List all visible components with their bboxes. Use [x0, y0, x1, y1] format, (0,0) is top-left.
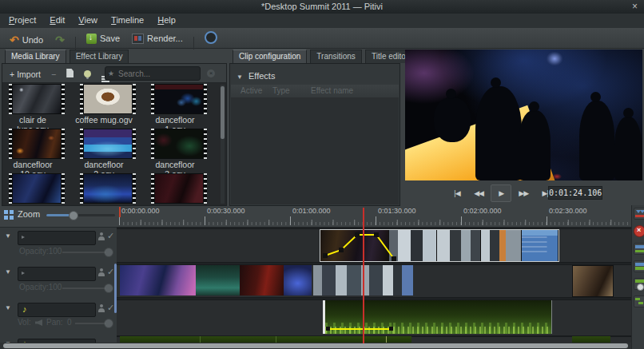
keyframes-icon: [635, 298, 640, 300]
ungroup-button[interactable]: [634, 243, 644, 255]
playhead[interactable]: [363, 208, 364, 343]
remove-clip-button[interactable]: −: [47, 67, 60, 82]
group-button[interactable]: [634, 260, 644, 272]
undock-viewer-icon: [205, 31, 217, 44]
keyframe-curve[interactable]: [320, 230, 416, 261]
zoom-icon: [4, 210, 8, 214]
column-type[interactable]: Type: [272, 86, 290, 95]
pan-slider-knob[interactable]: [104, 319, 113, 328]
column-active[interactable]: Active: [241, 86, 262, 95]
clip-thumbnail[interactable]: [9, 129, 65, 159]
menu-edit[interactable]: Edit: [44, 14, 70, 26]
goto-start-button[interactable]: |◀: [447, 185, 467, 201]
menu-view[interactable]: View: [73, 14, 103, 26]
delete-icon: ×: [637, 226, 641, 234]
delete-clip-button[interactable]: ×: [634, 225, 644, 237]
search-box: ★: [105, 66, 201, 81]
split-clip-button[interactable]: [634, 208, 644, 220]
menu-help[interactable]: Help: [152, 14, 181, 26]
track-expander-icon[interactable]: ▼: [5, 304, 11, 311]
library-scrollbar-thumb[interactable]: [221, 86, 225, 139]
save-icon: [86, 34, 97, 44]
timeline-clip-video1[interactable]: [320, 229, 559, 262]
opacity-slider[interactable]: [62, 252, 105, 253]
clear-search-icon[interactable]: ×: [207, 69, 215, 77]
pan-slider[interactable]: [75, 323, 105, 324]
video-track-1-name-input[interactable]: [18, 231, 96, 245]
menu-bar: Project Edit View Timeline Help: [0, 14, 644, 28]
clip-config-panel: ▼ Effects Active Type Effect name: [229, 63, 400, 206]
ruler-ticks: [119, 216, 631, 225]
menu-timeline[interactable]: Timeline: [105, 14, 149, 26]
save-button[interactable]: Save: [81, 30, 125, 47]
silhouette-figure: [434, 97, 471, 142]
column-effect-name[interactable]: Effect name: [311, 86, 353, 95]
timecode-display: 0:01:24.106: [548, 186, 602, 200]
config-tabs: Clip configuration Transitions Title edi…: [233, 50, 415, 63]
tab-transitions[interactable]: Transitions: [310, 50, 362, 63]
track-toggle-icon[interactable]: ✓: [107, 303, 114, 313]
zoom-slider[interactable]: [46, 214, 115, 216]
timeline-ruler[interactable]: 0:00:00.000 0:00:30.000 0:01:00.000 0:01…: [118, 206, 631, 226]
effects-list: [231, 97, 399, 204]
timeline-clip-audio1-b[interactable]: [393, 300, 552, 334]
pan-value: 0: [67, 318, 72, 327]
zoom-label: Zoom: [18, 209, 40, 219]
clip-thumbnail[interactable]: [9, 173, 65, 204]
undock-viewer-button[interactable]: [200, 29, 222, 46]
clip-thumbnail[interactable]: [151, 173, 207, 204]
timeline-clip-video2-a[interactable]: [120, 265, 312, 295]
clip-thumbnail[interactable]: [80, 84, 136, 114]
clip-thumbnail[interactable]: [9, 84, 65, 114]
clip-thumbnail[interactable]: [80, 129, 136, 159]
track-toggle-icon[interactable]: ✓: [107, 267, 114, 277]
volume-keyframe-line[interactable]: [326, 328, 393, 330]
timeline-hscrollbar-track[interactable]: [0, 343, 631, 349]
video-track-2-name-input[interactable]: [18, 267, 96, 281]
title-bar[interactable]: *Desktop Summit 2011 — Pitivi ×: [0, 0, 644, 14]
zoom-slider-knob[interactable]: [69, 211, 78, 220]
headers-scrollbar[interactable]: [114, 264, 117, 313]
align-clips-button[interactable]: [634, 278, 644, 290]
clip-name: coffee mug.ogv: [74, 115, 134, 125]
track-toggle-icon[interactable]: ✓: [107, 231, 114, 241]
audio-track-1-name-input[interactable]: ♪: [18, 303, 96, 317]
forward-button[interactable]: ▶▶: [514, 185, 533, 201]
library-scrollbar[interactable]: [221, 85, 225, 204]
music-note-icon: ♪: [22, 305, 27, 314]
redo-button[interactable]: ↷: [50, 31, 70, 48]
render-button[interactable]: Render...: [127, 30, 188, 47]
silhouette-figure: [475, 86, 522, 180]
opacity-slider-knob[interactable]: [104, 284, 113, 293]
close-icon[interactable]: ×: [632, 1, 638, 13]
clip-thumbnail[interactable]: [151, 129, 207, 159]
pan-label: Pan:: [46, 318, 63, 327]
align-icon: [635, 280, 644, 283]
timeline-hscrollbar-thumb[interactable]: [3, 343, 628, 348]
tab-media-library[interactable]: Media Library: [5, 50, 66, 63]
menu-project[interactable]: Project: [3, 14, 42, 26]
preview-clip-button[interactable]: [80, 66, 95, 81]
effects-expander[interactable]: ▼ Effects: [237, 71, 275, 81]
track-expander-icon[interactable]: ▼: [5, 268, 11, 276]
insert-at-end-button[interactable]: [62, 65, 78, 81]
keyframes-button[interactable]: [634, 295, 644, 307]
opacity-slider[interactable]: [62, 288, 105, 289]
undo-button[interactable]: ↶ Undo: [5, 31, 48, 48]
viewer-video: [405, 50, 642, 180]
bulb-icon: [84, 70, 91, 77]
timeline-clip-video2-c[interactable]: [572, 265, 614, 297]
library-tabs: Media Library Effect Library: [5, 50, 129, 63]
clip-thumbnail[interactable]: [80, 173, 136, 204]
rewind-button[interactable]: ◀◀: [469, 185, 488, 201]
tab-clip-configuration[interactable]: Clip configuration: [233, 50, 307, 63]
play-button[interactable]: ▶: [491, 184, 511, 202]
library-toolbar: + Import − ★ ×: [2, 64, 226, 83]
opacity-slider-knob[interactable]: [104, 248, 113, 257]
track-expander-icon[interactable]: ▼: [5, 232, 11, 240]
import-button[interactable]: + Import: [6, 67, 45, 82]
tab-effect-library[interactable]: Effect Library: [70, 50, 129, 63]
timeline-clip-audio1-a[interactable]: [323, 300, 396, 334]
search-input[interactable]: [117, 69, 188, 79]
clip-thumbnail[interactable]: [151, 84, 207, 114]
